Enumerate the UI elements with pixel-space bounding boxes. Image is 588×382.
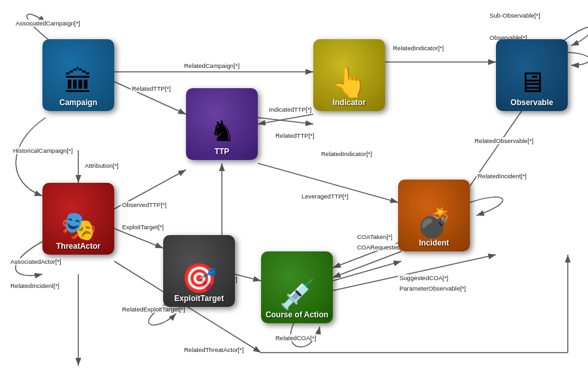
label-observed-ttp: ObservedTTP[*] <box>121 201 168 208</box>
node-threatactor[interactable]: 🎭 ThreatActor <box>42 183 114 255</box>
courseofaction-label: Course of Action <box>266 310 328 319</box>
svg-line-4 <box>258 114 313 124</box>
label-associated-actor: AssociatedActor[*] <box>9 258 63 265</box>
campaign-icon: 🏛 <box>64 68 93 97</box>
label-leveraged-ttp: LeveragedTTP[*] <box>300 193 350 200</box>
label-related-indicator-2: RelatedIndicator[*] <box>320 150 373 157</box>
exploittarget-label: ExploitTarget <box>174 294 224 303</box>
exploittarget-icon: 🎯 <box>181 264 217 293</box>
label-related-threat-actor: RelatedThreatActor[*] <box>183 346 245 353</box>
node-ttp[interactable]: ♞ TTP <box>186 88 258 160</box>
svg-line-9 <box>114 229 163 248</box>
threatactor-label: ThreatActor <box>56 242 101 251</box>
svg-line-15 <box>333 261 401 281</box>
label-exploit-target: ExploitTarget[*] <box>121 223 165 231</box>
observable-icon: 🖥 <box>518 68 546 97</box>
courseofaction-icon: 💉 <box>279 280 315 309</box>
svg-line-14 <box>235 274 261 281</box>
node-indicator[interactable]: 👆 Indicator <box>313 39 385 111</box>
label-indicated-ttp: IndicatedTTP[*] <box>268 106 313 113</box>
label-coa-taken: COATaken[*] <box>356 233 394 240</box>
label-sub-observable: Sub-Observable[*] <box>488 12 542 19</box>
indicator-icon: 👆 <box>332 68 367 97</box>
indicator-label: Indicator <box>333 98 366 107</box>
svg-line-6 <box>258 118 313 124</box>
svg-line-12 <box>333 242 401 268</box>
diagram-container: AssociatedCampaign[*] RelatedCampaign[*]… <box>0 0 588 382</box>
svg-line-3 <box>114 82 186 114</box>
node-courseofaction[interactable]: 💉 Course of Action <box>261 251 333 323</box>
label-associated-campaign: AssociatedCampaign[*] <box>14 20 82 27</box>
svg-line-8 <box>114 170 186 209</box>
threatactor-icon: 🎭 <box>61 212 97 240</box>
campaign-label: Campaign <box>59 98 97 107</box>
label-related-campaign: RelatedCampaign[*] <box>183 62 241 69</box>
label-suggested-coa: SuggestedCOA[*] <box>398 274 450 281</box>
label-related-incident-1: RelatedIncident[*] <box>476 172 528 180</box>
incident-label: Incident <box>419 238 449 247</box>
label-related-ttp-1: RelatedTTP[*] <box>131 85 172 92</box>
incident-icon: 💣 <box>416 208 452 237</box>
label-related-observable: RelatedObservable[*] <box>473 137 534 144</box>
label-parameter-observable: ParameterObservable[*] <box>398 285 467 292</box>
node-observable[interactable]: 🖥 Observable <box>496 39 568 111</box>
node-campaign[interactable]: 🏛 Campaign <box>42 39 114 111</box>
label-related-coa: RelatedCOA[*] <box>274 334 317 342</box>
node-exploittarget[interactable]: 🎯 ExploitTarget <box>163 235 235 307</box>
ttp-icon: ♞ <box>209 117 235 146</box>
svg-line-16 <box>333 255 496 291</box>
label-related-ttp-2: RelatedTTP[*] <box>274 132 316 139</box>
observable-label: Observable <box>510 98 553 107</box>
node-incident[interactable]: 💣 Incident <box>398 180 470 251</box>
svg-line-10 <box>258 163 398 202</box>
ttp-label: TTP <box>215 147 230 156</box>
label-attribution: Attribution[*] <box>84 162 120 169</box>
label-related-indicator-1: RelatedIndicator[*] <box>392 44 445 52</box>
label-related-incident-2: RelatedIncident[*] <box>9 282 61 289</box>
label-historical-campaign: HistoricalCampaign[*] <box>12 147 74 154</box>
svg-line-13 <box>333 251 401 278</box>
